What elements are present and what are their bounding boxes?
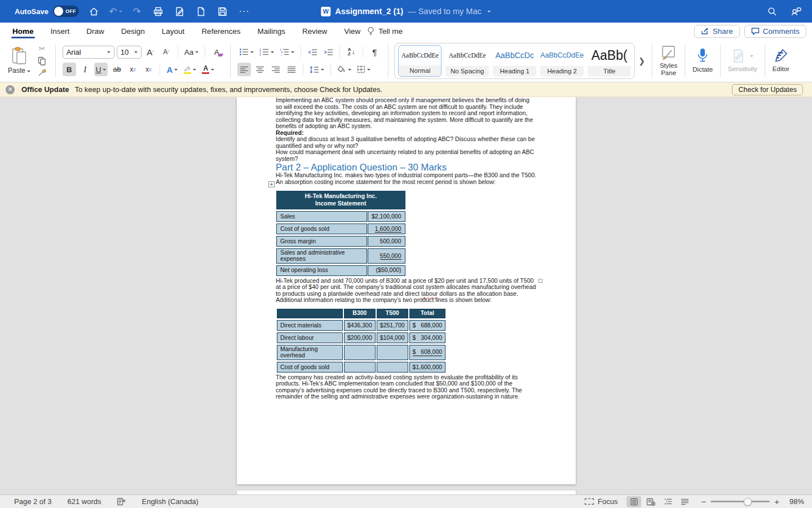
redo-icon[interactable]: ↷ [131,5,143,17]
numbering-button[interactable]: 123 [258,45,276,59]
tab-references[interactable]: References [201,24,240,38]
table-move-handle[interactable]: + [268,181,275,187]
document-title[interactable]: Assignment_2 (1) [335,7,403,16]
copy-icon[interactable] [36,56,48,65]
tab-review[interactable]: Review [302,24,327,38]
font-size-select[interactable]: 10 [117,46,142,59]
show-paragraph-marks-button[interactable]: ¶ [368,45,381,59]
proofing-status-icon[interactable] [117,497,126,506]
income-row-label: Gross margin [276,236,367,247]
tell-me[interactable]: Tell me [367,27,403,36]
feedback-icon[interactable] [789,5,802,17]
autosave-switch[interactable]: OFF [53,6,79,17]
justify-button[interactable] [285,63,298,76]
tab-insert[interactable]: Insert [51,24,70,38]
home-icon[interactable] [88,5,100,17]
clear-formatting-button[interactable]: A [210,45,223,59]
print-icon[interactable] [152,5,165,17]
page-indicator[interactable]: Page 2 of 3 [14,497,52,506]
paragraph-production-info: Hi-Tek produced and sold 70,000 units of… [276,278,537,304]
save-icon[interactable] [217,5,229,17]
change-case-button[interactable]: Aa [183,45,201,59]
shading-button[interactable] [336,63,353,76]
undo-icon[interactable]: ↶ [109,5,122,17]
zoom-percentage[interactable]: 98% [784,497,804,506]
tab-design[interactable]: Design [121,24,145,38]
immersive-reader-view-button[interactable] [643,496,658,507]
income-statement-table[interactable]: Hi-Tek Manufacturing Inc. Income Stateme… [276,189,406,278]
language-selector[interactable]: English (Canada) [142,497,198,506]
autosave-toggle[interactable]: AutoSave OFF [15,6,79,17]
style-card-title[interactable]: AaBb(Title [588,45,631,77]
format-painter-icon[interactable] [36,69,48,78]
zoom-slider[interactable] [710,501,770,502]
highlight-button[interactable] [182,63,198,76]
zoom-out-button[interactable]: − [701,497,706,506]
saved-status[interactable]: — Saved to my Mac [408,7,482,16]
editor-button[interactable]: Editor [765,40,797,82]
grow-font-button[interactable]: Aˆ [144,45,157,59]
zoom-slider-thumb[interactable] [744,498,752,506]
superscript-button[interactable]: x2 [142,63,155,76]
title-chevron-icon[interactable] [488,11,491,14]
table-resize-handle[interactable] [539,279,542,283]
cut-icon[interactable]: ✂ [36,44,48,53]
sort-button[interactable]: AZ↓ [345,45,358,59]
strikethrough-button[interactable]: ab [110,63,123,76]
more-commands-icon[interactable]: ··· [238,5,250,17]
underline-button[interactable]: U [94,63,108,76]
income-value: 1,600,000 [375,225,401,233]
styles-gallery-more-icon[interactable]: ❯ [637,56,646,65]
bold-button[interactable]: B [63,63,76,76]
style-card-normal[interactable]: AaBbCcDdEeNormal [398,45,442,77]
dictate-button[interactable]: Dictate [685,40,720,82]
borders-button[interactable] [355,63,372,76]
style-card-heading-2[interactable]: AaBbCcDdEeHeading 2 [540,45,584,77]
paste-button[interactable]: Paste [0,40,36,82]
product-t500-value [377,362,408,373]
share-button[interactable]: Share [694,25,740,38]
text-effects-button[interactable]: A [165,63,179,76]
align-left-button[interactable] [237,63,251,76]
search-icon[interactable] [766,5,778,17]
comments-button[interactable]: Comments [744,25,806,38]
product-total-cell: $688,000 [409,320,446,331]
align-center-button[interactable] [253,63,267,76]
save-as-icon[interactable] [174,5,186,17]
income-value: ($50,000) [376,266,401,273]
style-card-heading-1[interactable]: AaBbCcDcHeading 1 [493,45,536,77]
line-spacing-button[interactable] [308,63,326,76]
style-card-no-spacing[interactable]: AaBbCcDdEeNo Spacing [445,45,489,77]
total-value: 608,000 [421,349,442,355]
tab-mailings[interactable]: Mailings [257,24,285,38]
check-for-updates-button[interactable]: Check for Updates [732,84,803,95]
decrease-indent-button[interactable] [306,45,319,59]
tab-home[interactable]: Home [12,24,34,38]
font-color-button[interactable]: A [200,63,216,76]
style-sample: AaBbCcDdEe [399,46,441,65]
outline-view-button[interactable] [660,496,675,507]
zoom-in-button[interactable]: + [774,497,779,506]
multilevel-list-button[interactable]: 1ai [278,45,296,59]
tab-view[interactable]: View [344,24,360,38]
print-layout-view-button[interactable] [626,496,641,507]
shrink-font-button[interactable]: Aˇ [160,45,173,59]
document-page[interactable]: Implementing an ABC system should procee… [237,97,576,484]
product-total: $608,000 [413,349,443,356]
tab-draw[interactable]: Draw [86,24,104,38]
tab-layout[interactable]: Layout [162,24,185,38]
bullets-button[interactable] [237,45,255,59]
draft-view-button[interactable] [677,496,692,507]
styles-pane-button[interactable]: StylesPane [652,40,685,82]
subscript-button[interactable]: x2 [126,63,139,76]
align-right-button[interactable] [269,63,283,76]
increase-indent-button[interactable] [321,45,335,59]
italic-button[interactable]: I [78,63,92,76]
product-row: Direct labour$200,000$104,000$304,000 [277,332,445,343]
font-name-select[interactable]: Arial [63,46,114,59]
new-document-icon[interactable] [195,5,208,17]
product-lines-table[interactable]: B300T500Total Direct materials$436,300$2… [276,307,447,374]
banner-close-icon[interactable]: ✕ [6,85,15,94]
focus-mode-button[interactable]: Focus [584,497,617,506]
word-count[interactable]: 621 words [68,497,102,506]
